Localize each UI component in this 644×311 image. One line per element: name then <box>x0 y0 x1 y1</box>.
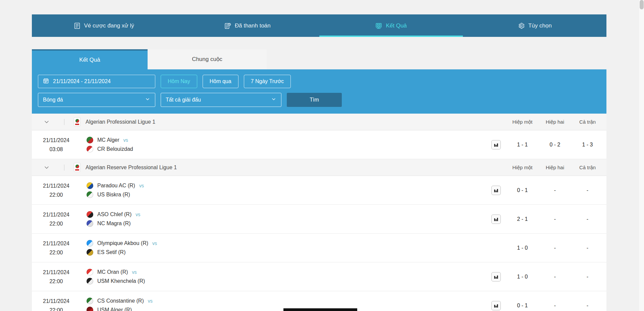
league-section: Algerian Professional Ligue 1 Hiệp một H… <box>32 114 606 159</box>
stats-chart-button[interactable] <box>491 186 501 195</box>
quick-date-button[interactable]: 7 Ngày Trước <box>244 75 291 88</box>
first-half-score: 0 - 1 <box>506 303 539 309</box>
away-team-name: USM Khenchela (R) <box>97 278 145 284</box>
vs-label: vs <box>148 298 153 304</box>
away-team-name: CR Belouizdad <box>97 146 133 152</box>
subtab-label: Kết Quả <box>79 57 100 63</box>
match-row: 21/11/2024 22:00 Olympique Akbou (R) vs … <box>32 234 606 262</box>
league-header: Algerian Reserve Professional Ligue 1 Hi… <box>32 159 606 176</box>
scores: 1 - 0 - - <box>486 272 606 282</box>
bar-chart-icon <box>493 303 499 308</box>
divider <box>64 165 64 171</box>
nav-tab[interactable]: Kết Quả <box>319 14 463 37</box>
teams: ASO Chlef (R) vs NC Magra (R) <box>87 211 140 227</box>
stats-chart-button[interactable] <box>491 140 501 149</box>
away-team-crest-icon <box>87 146 93 152</box>
league-matches: 21/11/2024 22:00 Paradou AC (R) vs US Bi… <box>32 176 606 311</box>
subtab-inactive[interactable]: Chung cuộc <box>148 49 267 69</box>
vs-label: vs <box>139 183 144 188</box>
score-column-headers: Hiệp một Hiệp hai Cả trận <box>486 165 606 170</box>
main-container: Vé cược đang xử lý Đã thanh toán Kết Quả… <box>32 14 606 311</box>
away-team-name: US Biskra (R) <box>97 192 130 198</box>
scores: 0 - 1 - - <box>486 186 606 195</box>
stats-chart-button[interactable] <box>491 214 501 224</box>
league-header: Algerian Professional Ligue 1 Hiệp một H… <box>32 114 606 130</box>
nav-tab[interactable]: Đã thanh toán <box>175 14 319 37</box>
second-half-score: - <box>539 245 571 251</box>
date-range-input[interactable]: 21/11/2024 - 21/11/2024 <box>38 75 155 88</box>
home-team-name: Olympique Akbou (R) <box>97 240 148 246</box>
nav-tab[interactable]: Tùy chọn <box>463 14 606 37</box>
home-team-name: MC Alger <box>97 137 119 143</box>
top-nav: Vé cược đang xử lý Đã thanh toán Kết Quả… <box>32 14 606 37</box>
match-date: 21/11/2024 <box>32 136 80 145</box>
away-team-name: ES Setif (R) <box>97 249 125 255</box>
vs-label: vs <box>136 212 140 217</box>
sport-select[interactable]: Bóng đá <box>38 93 155 107</box>
paid-receipt-icon <box>224 22 231 29</box>
gear-icon <box>518 22 525 29</box>
first-half-score: 2 - 1 <box>506 216 539 222</box>
league-badge-icon <box>74 117 80 126</box>
away-team: CR Belouizdad <box>87 146 133 152</box>
match-time: 22:00 <box>32 248 80 257</box>
nav-tab-label: Tùy chọn <box>528 22 552 29</box>
match-datetime: 21/11/2024 03:08 <box>32 136 80 154</box>
chevron-down-icon[interactable] <box>43 119 50 125</box>
column-second-half: Hiệp hai <box>539 165 571 170</box>
column-second-half: Hiệp hai <box>539 119 571 125</box>
home-team: ASO Chlef (R) vs <box>87 211 140 218</box>
chevron-down-icon <box>145 97 150 103</box>
date-range-value: 21/11/2024 - 21/11/2024 <box>53 78 111 84</box>
home-team: Paradou AC (R) vs <box>87 182 144 189</box>
nav-tab-label: Vé cược đang xử lý <box>84 22 134 29</box>
nav-tab[interactable]: Vé cược đang xử lý <box>32 14 175 37</box>
league-section: Algerian Reserve Professional Ligue 1 Hi… <box>32 159 606 311</box>
match-datetime: 21/11/2024 22:00 <box>32 297 80 311</box>
away-team-crest-icon <box>87 307 93 311</box>
full-match-score: - <box>571 303 604 309</box>
quick-date-button[interactable]: Hôm Nay <box>161 75 197 88</box>
chevron-down-icon[interactable] <box>43 164 50 171</box>
home-team-crest-icon <box>87 298 93 304</box>
first-half-score: 1 - 0 <box>506 245 539 251</box>
quick-date-button[interactable]: Hôm qua <box>203 75 238 88</box>
bar-chart-icon <box>493 274 499 279</box>
bar-chart-icon <box>493 188 499 193</box>
home-team-name: CS Constantine (R) <box>97 298 144 304</box>
sport-select-value: Bóng đá <box>43 97 63 103</box>
home-team: CS Constantine (R) vs <box>87 298 153 304</box>
search-button[interactable]: Tìm <box>287 93 342 107</box>
calendar-icon <box>43 78 49 85</box>
bar-chart-icon <box>493 142 499 147</box>
away-team-name: USM Alger (R) <box>97 307 132 311</box>
bar-chart-icon <box>493 216 499 222</box>
match-row: 21/11/2024 22:00 Paradou AC (R) vs US Bi… <box>32 176 606 205</box>
home-team-crest-icon <box>87 240 93 247</box>
subtab-label: Chung cuộc <box>192 56 222 63</box>
match-date: 21/11/2024 <box>32 297 80 306</box>
home-team-crest-icon <box>87 211 93 218</box>
home-team: MC Alger vs <box>87 137 133 143</box>
league-badge-icon <box>74 163 80 172</box>
first-half-score: 1 - 0 <box>506 274 539 280</box>
away-team-crest-icon <box>87 249 93 256</box>
scores: 0 - 1 - - <box>486 301 606 310</box>
scrollbar-thumb[interactable] <box>640 0 644 9</box>
home-team-name: ASO Chlef (R) <box>97 211 131 217</box>
teams: Paradou AC (R) vs US Biskra (R) <box>87 182 144 198</box>
stats-chart-button[interactable] <box>491 301 501 310</box>
subtab-active[interactable]: Kết Quả <box>32 49 148 69</box>
stats-chart-button[interactable] <box>491 272 501 282</box>
away-team: US Biskra (R) <box>87 191 144 198</box>
match-date: 21/11/2024 <box>32 239 80 248</box>
results-list: Algerian Professional Ligue 1 Hiệp một H… <box>32 114 606 311</box>
league-select[interactable]: Tất cả giải đấu <box>161 93 281 107</box>
match-datetime: 21/11/2024 22:00 <box>32 210 80 228</box>
full-match-score: 1 - 3 <box>571 142 604 148</box>
match-date: 21/11/2024 <box>32 181 80 190</box>
scores: 2 - 1 - - <box>486 214 606 224</box>
away-team-crest-icon <box>87 278 93 285</box>
away-team: ES Setif (R) <box>87 249 157 256</box>
quick-date-buttons: Hôm NayHôm qua7 Ngày Trước <box>161 75 291 88</box>
